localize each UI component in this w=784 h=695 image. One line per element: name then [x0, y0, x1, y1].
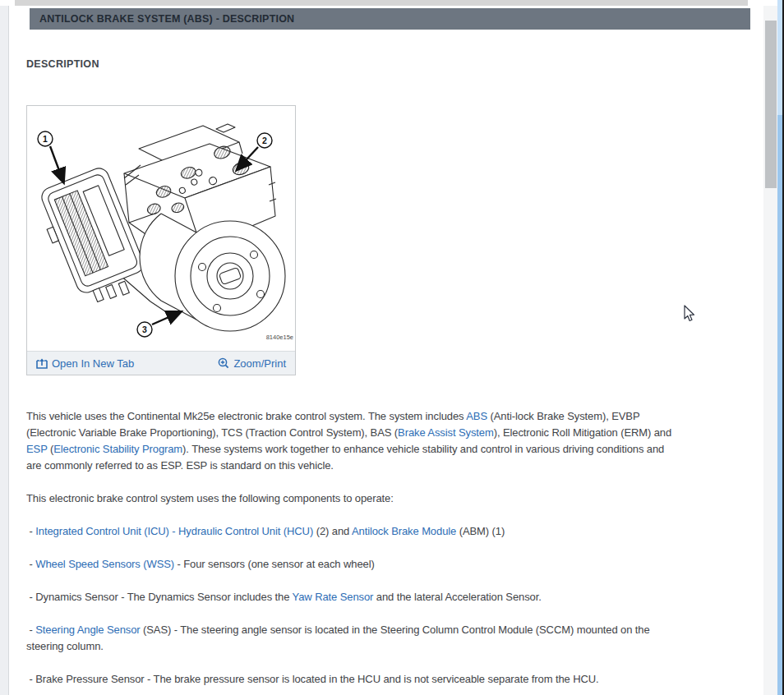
text-run: and the lateral Acceleration Sensor. [373, 591, 541, 603]
inline-link[interactable]: Electronic Stability Program [53, 443, 182, 455]
figure-footer: Open In New Tab Zoom/Print [27, 351, 295, 375]
window-left-edge [0, 6, 9, 695]
open-in-new-tab-icon [36, 358, 48, 369]
callout-2-label: 2 [262, 136, 267, 145]
inline-link[interactable]: Antilock Brake Module [352, 525, 456, 537]
text-run: - [26, 624, 35, 636]
text-line: - Dynamics Sensor - The Dynamics Sensor … [26, 589, 763, 605]
text-block: - Steering Angle Sensor (SAS) - The stee… [26, 622, 763, 655]
text-line: are commonly referred to as ESP. ESP is … [26, 458, 763, 474]
inline-link[interactable]: Yaw Rate Sensor [293, 591, 374, 603]
text-block: - Integrated Control Unit (ICU) - Hydrau… [26, 523, 763, 540]
zoom-print-label: Zoom/Print [233, 357, 286, 370]
text-line: steering column. [26, 638, 763, 655]
inline-link[interactable]: Brake Assist System [398, 426, 494, 439]
abs-unit-diagram[interactable]: 8140e15e 1 2 3 [27, 106, 295, 351]
text-run: (Anti-lock Brake System), EVBP [487, 410, 639, 422]
inline-link[interactable]: Steering Angle Sensor [35, 624, 140, 636]
text-run: (SAS) - The steering angle sensor is loc… [141, 624, 650, 636]
inline-link[interactable]: ESP [26, 443, 47, 455]
zoom-print-icon [218, 357, 229, 369]
text-run: This electronic brake control system use… [26, 492, 394, 504]
text-run: (Electronic Variable Brake Proportioning… [26, 426, 398, 439]
text-run: ). These systems work together to enhanc… [182, 443, 664, 455]
text-block: - Dynamics Sensor - The Dynamics Sensor … [26, 589, 763, 605]
section-header-title: ANTILOCK BRAKE SYSTEM (ABS) - DESCRIPTIO… [39, 13, 294, 25]
text-line: ESP (Electronic Stability Program). Thes… [26, 441, 763, 458]
open-in-new-tab-label: Open In New Tab [52, 357, 134, 370]
figure-card: 8140e15e 1 2 3 Open In New Tab [26, 105, 296, 375]
content-scrollbar-thumb[interactable] [765, 21, 777, 188]
text-run: are commonly referred to as ESP. ESP is … [26, 459, 334, 472]
text-block: - Wheel Speed Sensors (WSS) - Four senso… [26, 556, 763, 573]
text-run: - [26, 558, 35, 570]
callout-3-label: 3 [142, 324, 147, 334]
text-run: ), Electronic Roll Mitigation (ERM) and [494, 426, 671, 439]
text-run: This vehicle uses the Continental Mk25e … [26, 410, 466, 422]
open-in-new-tab-link[interactable]: Open In New Tab [36, 357, 134, 370]
text-block: - Brake Pressure Sensor - The brake pres… [26, 671, 763, 688]
description-heading: DESCRIPTION [26, 58, 99, 70]
text-run: (2) and [313, 525, 352, 537]
figure-code: 8140e15e [266, 334, 293, 341]
text-block: This vehicle uses the Continental Mk25e … [26, 408, 763, 474]
zoom-print-link[interactable]: Zoom/Print [218, 357, 286, 370]
text-run: - Four sensors (one sensor at each wheel… [174, 558, 375, 570]
text-run: - Brake Pressure Sensor - The brake pres… [26, 673, 599, 685]
section-header-bar: ANTILOCK BRAKE SYSTEM (ABS) - DESCRIPTIO… [30, 8, 750, 30]
text-run: steering column. [26, 640, 104, 652]
text-run: - Dynamics Sensor - The Dynamics Sensor … [26, 591, 293, 603]
text-line: - Brake Pressure Sensor - The brake pres… [26, 671, 763, 688]
text-block: This electronic brake control system use… [26, 490, 763, 507]
mouse-cursor-icon [684, 305, 696, 323]
text-line: - Wheel Speed Sensors (WSS) - Four senso… [26, 556, 763, 573]
text-line: (Electronic Variable Brake Proportioning… [26, 425, 763, 441]
inline-link[interactable]: ABS [466, 410, 487, 422]
callout-1-label: 1 [43, 134, 48, 144]
text-run: - [26, 525, 35, 537]
text-line: This vehicle uses the Continental Mk25e … [26, 408, 763, 425]
text-line: This electronic brake control system use… [26, 490, 763, 507]
text-run: (ABM) (1) [456, 525, 505, 537]
window-top-edge [15, 0, 748, 6]
content-blocks: This vehicle uses the Continental Mk25e … [26, 408, 763, 695]
text-line: - Steering Angle Sensor (SAS) - The stee… [26, 622, 763, 638]
inline-link[interactable]: Integrated Control Unit (ICU) - Hydrauli… [35, 525, 313, 537]
inline-link[interactable]: Wheel Speed Sensors (WSS) [35, 558, 174, 570]
text-line: - Integrated Control Unit (ICU) - Hydrau… [26, 523, 763, 540]
